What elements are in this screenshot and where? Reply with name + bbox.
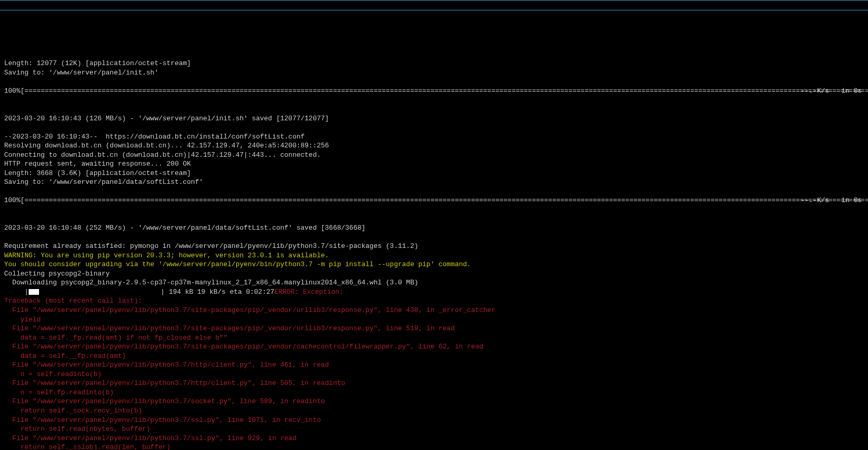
pip-req-satisfied: Requirement already satisfied: pymongo i… [4, 242, 418, 250]
traceback-line: return self._sock.recv_into(b) [4, 407, 142, 415]
pip-collecting: Collecting psycopg2-binary [4, 270, 110, 278]
traceback-line: n = self.fp.readinto(b) [4, 389, 114, 396]
traceback-line: data = self.__fp.read(amt) [4, 352, 126, 360]
pip-warning-2: You should consider upgrading via the '/… [4, 260, 471, 268]
terminal-output[interactable]: Length: 12077 (12K) [application/octet-s… [0, 47, 868, 450]
wget-done-1: 2023-03-20 16:10:43 (126 MB/s) - '/www/s… [4, 115, 329, 122]
progress-1-right: --.-K/s in 0s [801, 86, 862, 96]
traceback-line: return self.read(nbytes, buffer) [4, 425, 150, 433]
traceback-line: File "/www/server/panel/pyenv/lib/python… [4, 416, 321, 424]
pip-progress-text: | 194 kB 19 kB/s eta 0:02:27 [39, 288, 274, 296]
progress-1-bar: ========================================… [24, 87, 868, 95]
pip-progress-left: | [4, 288, 29, 296]
traceback-line: n = self.readinto(b) [4, 370, 101, 378]
wget-connect-2: Connecting to download.bt.cn (download.b… [4, 151, 321, 159]
traceback-line: File "/www/server/panel/pyenv/lib/python… [4, 324, 455, 332]
traceback-line: File "/www/server/panel/pyenv/lib/python… [4, 434, 297, 442]
traceback-line: File "/www/server/panel/pyenv/lib/python… [4, 306, 495, 314]
wget-length-1: Length: 12077 (12K) [application/octet-s… [4, 59, 191, 67]
wget-length-2: Length: 3668 (3.6K) [application/octet-s… [4, 169, 191, 177]
pip-downloading: Downloading psycopg2_binary-2.9.5-cp37-c… [4, 279, 418, 286]
traceback-line: yield [4, 316, 41, 323]
wget-saving-1: Saving to: '/www/server/panel/init.sh' [4, 69, 158, 77]
progress-2-bar: ========================================… [24, 196, 868, 204]
traceback-line: File "/www/server/panel/pyenv/lib/python… [4, 343, 483, 351]
pip-progress-block [29, 289, 39, 295]
wget-http-2: HTTP request sent, awaiting response... … [4, 160, 191, 168]
traceback-line: File "/www/server/panel/pyenv/lib/python… [4, 361, 329, 369]
traceback-line: data = self._fp.read(amt) if not fp_clos… [4, 334, 227, 342]
wget-start-2: --2023-03-20 16:10:43-- https://download… [4, 133, 304, 141]
progress-2-right: --.-K/s in 0s [801, 196, 862, 205]
traceback-line: File "/www/server/panel/pyenv/lib/python… [4, 379, 345, 387]
wget-done-2: 2023-03-20 16:10:48 (252 MB/s) - '/www/s… [4, 224, 365, 232]
traceback-line: Traceback (most recent call last): [4, 297, 142, 305]
traceback-line: return self._sslobj.read(len, buffer) [4, 443, 171, 450]
wget-resolve-2: Resolving download.bt.cn (download.bt.cn… [4, 142, 329, 149]
progress-2-left: 100%[ [4, 196, 24, 204]
progress-1-left: 100%[ [4, 87, 24, 95]
pip-warning-1: WARNING: You are using pip version 20.3.… [4, 252, 329, 259]
pip-error-label: ERROR: Exception: [274, 288, 343, 296]
wget-saving-2: Saving to: '/www/server/panel/data/softL… [4, 178, 203, 186]
traceback-line: File "/www/server/panel/pyenv/lib/python… [4, 397, 325, 405]
